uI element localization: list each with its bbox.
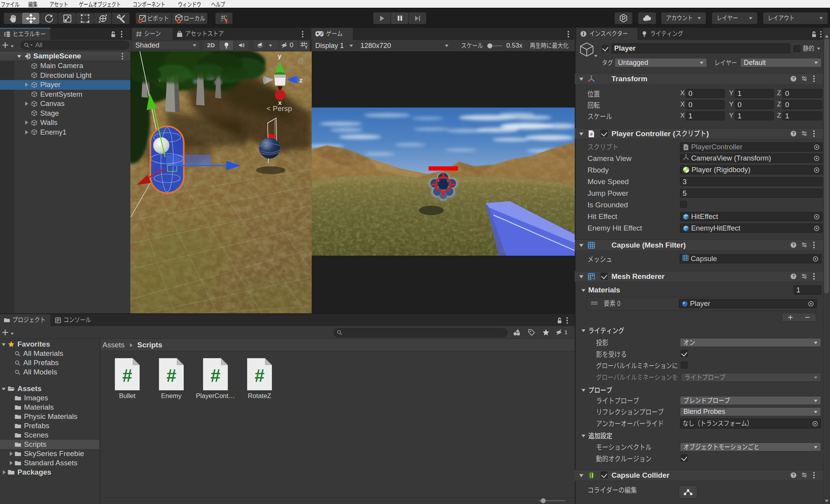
svg-text:#: # xyxy=(210,366,220,386)
svg-text:?: ? xyxy=(792,243,795,247)
svg-text:< Persp: < Persp xyxy=(266,104,292,113)
svg-text:Y: Y xyxy=(305,45,308,50)
svg-text:z: z xyxy=(299,77,303,84)
svg-text:#: # xyxy=(166,366,176,386)
svg-text:#: # xyxy=(685,145,687,149)
svg-text:#: # xyxy=(122,366,132,386)
svg-text:#: # xyxy=(254,366,265,386)
svg-text:?: ? xyxy=(792,274,795,278)
svg-text:?: ? xyxy=(792,76,795,81)
svg-text:y: y xyxy=(278,53,282,60)
svg-text:?: ? xyxy=(792,131,795,136)
svg-text:#: # xyxy=(590,132,593,137)
svg-text:?: ? xyxy=(792,473,795,477)
